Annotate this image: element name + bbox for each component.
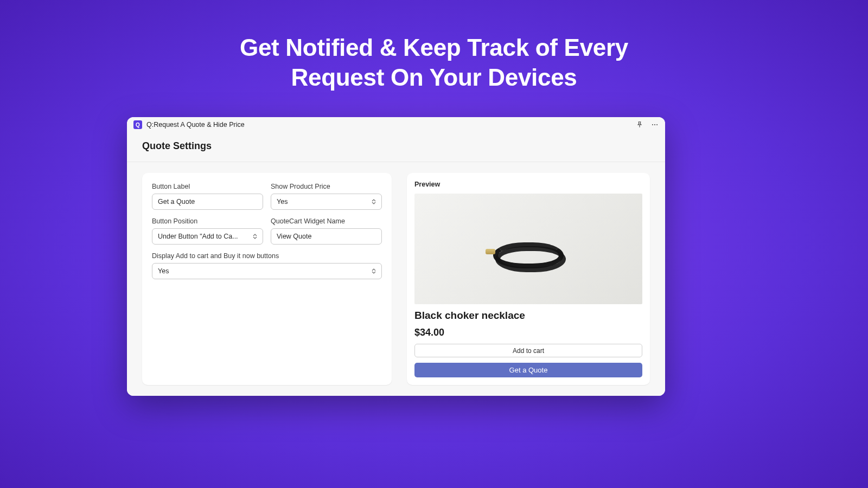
show-price-select[interactable]: Yes: [271, 194, 382, 210]
settings-card: Button Label Get a Quote Show Product Pr…: [142, 173, 392, 385]
svg-point-2: [654, 124, 655, 125]
content-area: Button Label Get a Quote Show Product Pr…: [127, 162, 665, 396]
more-icon[interactable]: [651, 121, 659, 129]
app-icon: Q: [133, 120, 142, 129]
add-to-cart-button[interactable]: Add to cart: [414, 344, 642, 357]
button-label-label: Button Label: [152, 183, 263, 190]
hero-line-2: Request On Your Devices: [0, 62, 868, 92]
chevron-updown-icon: [253, 234, 257, 239]
button-position-select[interactable]: Under Button "Add to Ca...: [152, 228, 263, 245]
svg-point-3: [656, 124, 658, 125]
app-title: Q:Request A Quote & Hide Price: [146, 121, 245, 129]
titlebar: Q Q:Request A Quote & Hide Price: [127, 117, 665, 133]
preview-card: Preview Black choker necklace $34.00 Add…: [407, 173, 650, 385]
app-window: Q Q:Request A Quote & Hide Price Quote S…: [127, 117, 665, 396]
product-image: [414, 194, 642, 304]
chevron-updown-icon: [372, 199, 376, 204]
hero-line-1: Get Notified & Keep Track of Every: [0, 33, 868, 62]
button-position-label: Button Position: [152, 217, 263, 225]
display-buttons-label: Display Add to cart and Buy it now butto…: [152, 252, 382, 260]
product-price: $34.00: [414, 327, 642, 338]
show-price-label: Show Product Price: [271, 183, 382, 190]
get-a-quote-button[interactable]: Get a Quote: [414, 363, 642, 377]
widget-name-label: QuoteCart Widget Name: [271, 217, 382, 225]
product-title: Black choker necklace: [414, 310, 642, 322]
widget-name-input[interactable]: View Quote: [271, 228, 382, 245]
hero-headline: Get Notified & Keep Track of Every Reque…: [0, 0, 868, 92]
svg-point-1: [652, 124, 653, 125]
display-buttons-select[interactable]: Yes: [152, 263, 382, 279]
preview-label: Preview: [414, 181, 642, 188]
chevron-updown-icon: [372, 268, 376, 274]
page-title: Quote Settings: [127, 133, 665, 162]
button-label-input[interactable]: Get a Quote: [152, 194, 263, 210]
pin-icon[interactable]: [636, 121, 643, 129]
